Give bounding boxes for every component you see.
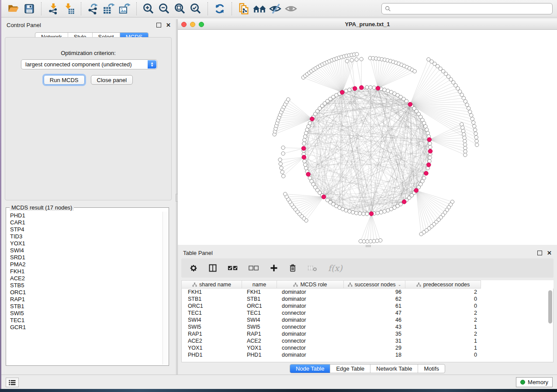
cell-succ: 31 [344, 338, 406, 344]
table-settings-button[interactable] [189, 262, 198, 274]
first-neighbors-button[interactable] [252, 1, 267, 16]
float-panel-icon[interactable] [156, 23, 161, 28]
hide-eye-icon [268, 2, 282, 15]
table-row[interactable]: RAP1RAP1dominator352 [182, 330, 553, 337]
hide-selected-button[interactable] [267, 1, 283, 16]
column-header-shared-name[interactable]: shared name [181, 280, 242, 289]
mcds-result-item[interactable]: CAR1 [10, 219, 163, 226]
save-session-button[interactable] [21, 1, 37, 16]
task-history-button[interactable] [6, 378, 19, 387]
show-all-button[interactable] [283, 1, 299, 16]
open-file-button[interactable] [6, 1, 21, 16]
memory-button[interactable]: Memory [516, 377, 553, 387]
table-row[interactable]: ACE2ACE2connector311 [182, 337, 553, 344]
close-panel-button[interactable]: Close panel [91, 75, 133, 85]
table-scrollbar-thumb[interactable] [548, 290, 552, 323]
table-row[interactable]: YOX1YOX1connector291 [182, 344, 553, 351]
cell-role: dominator [277, 303, 344, 309]
column-header-predecessor-nodes[interactable]: predecessor nodes [405, 280, 481, 289]
cell-shared: PHD1 [182, 352, 242, 358]
table-scrollbar[interactable] [548, 290, 552, 358]
cell-role: connector [277, 310, 344, 316]
mcds-result-item[interactable]: PMA2 [10, 261, 163, 268]
column-label: successor nodes [355, 282, 396, 288]
mcds-result-list[interactable]: PHD1CAR1STP4TID3YOX1SWI4SRD1PMA2FKH1ACE2… [7, 212, 163, 364]
deselect-all-columns-button[interactable] [249, 262, 259, 274]
mcds-result-item[interactable]: SRD1 [10, 254, 163, 261]
table-row[interactable]: PHD1PHD1dominator180 [182, 351, 553, 358]
export-network-button[interactable] [85, 1, 101, 16]
table-row[interactable]: SWI5SWI5connector431 [182, 323, 553, 330]
delete-column-button[interactable] [289, 262, 297, 274]
network-window-titlebar[interactable]: YPA_prune.txt_1 [178, 19, 557, 30]
mcds-result-item[interactable]: TEC1 [10, 317, 163, 324]
import-network-button[interactable] [45, 1, 61, 16]
cell-succ: 62 [344, 296, 406, 302]
mcds-result-item[interactable]: FKH1 [10, 268, 163, 275]
mcds-result-item[interactable]: ORC1 [10, 289, 163, 296]
mcds-result-item[interactable]: PHD1 [10, 212, 163, 219]
apply-preferred-layout-button[interactable] [212, 1, 228, 16]
show-column-panel-button[interactable] [208, 262, 217, 274]
tab-motifs[interactable]: Motifs [418, 364, 445, 373]
search-box[interactable] [381, 3, 553, 14]
close-panel-icon[interactable]: ✕ [166, 23, 171, 27]
plus-icon [270, 264, 278, 272]
cell-name: TEC1 [242, 310, 277, 316]
tab-node-table[interactable]: Node Table [290, 364, 331, 373]
table-row[interactable]: STB1STB1dominator620 [182, 296, 553, 303]
search-input[interactable] [393, 5, 549, 12]
table-row[interactable]: TEC1TEC1connector472 [182, 309, 553, 316]
mcds-result-item[interactable]: TID3 [10, 233, 163, 240]
zoom-in-button[interactable] [141, 1, 156, 16]
mcds-result-item[interactable]: SWI5 [10, 310, 163, 317]
control-panel-title: Control Panel [7, 22, 41, 28]
mcds-result-item[interactable]: SWI4 [10, 247, 163, 254]
tab-network-table[interactable]: Network Table [370, 364, 418, 373]
clone-network-button[interactable] [236, 1, 252, 16]
cell-role: dominator [277, 331, 344, 337]
mcds-result-item[interactable]: STB5 [10, 282, 163, 289]
mcds-result-item[interactable]: STP4 [10, 226, 163, 233]
create-column-button[interactable] [270, 262, 278, 274]
column-header-successor-nodes[interactable]: successor nodes⌄ [344, 280, 405, 289]
column-header-MCDS-role[interactable]: MCDS role [277, 280, 344, 289]
export-image-button[interactable] [117, 1, 132, 16]
function-builder-button[interactable]: f(x) [328, 262, 343, 274]
desktop-wallpaper-bottom [0, 389, 557, 392]
cell-succ: 61 [344, 303, 406, 309]
mcds-result-item[interactable]: ACE2 [10, 275, 163, 282]
mcds-result-item[interactable]: GCR1 [10, 324, 163, 331]
export-table-button[interactable] [101, 1, 117, 16]
zoom-out-button[interactable] [156, 1, 172, 16]
tab-edge-table[interactable]: Edge Table [330, 364, 370, 373]
optimization-criterion-dropdown[interactable]: largest connected component (undirected)… [21, 59, 157, 69]
table-row[interactable]: SWI4SWI4dominator462 [182, 316, 553, 323]
cell-succ: 96 [344, 289, 406, 295]
cytoscape-window: Control Panel ✕ NetworkStyleSelectMCDS O… [1, 0, 557, 389]
network-view-canvas[interactable] [178, 30, 557, 245]
cell-shared: FKH1 [182, 289, 242, 295]
mcds-result-item[interactable]: RAP1 [10, 296, 163, 303]
zoom-selected-button[interactable] [188, 1, 204, 16]
table-row[interactable]: ORC1ORC1dominator610 [182, 303, 553, 309]
checked-boxes-icon [228, 265, 238, 272]
table-row[interactable]: FKH1FKH1dominator962 [182, 289, 553, 296]
cell-pred: 2 [406, 317, 481, 323]
mcds-result-item[interactable]: STB1 [10, 303, 163, 310]
select-all-columns-button[interactable] [228, 262, 238, 274]
delete-table-button[interactable] [307, 262, 318, 274]
cell-name: ACE2 [242, 338, 277, 344]
run-mcds-button[interactable]: Run MCDS [44, 75, 85, 85]
float-panel-icon[interactable] [537, 251, 542, 255]
zoom-fit-icon [173, 2, 187, 15]
export-image-icon [118, 2, 131, 15]
cell-shared: STB1 [182, 296, 242, 302]
mcds-result-item[interactable]: YOX1 [10, 240, 163, 247]
mcds-list-scrollbar[interactable] [163, 212, 168, 364]
column-header-name[interactable]: name [242, 280, 277, 289]
cell-shared: TEC1 [182, 310, 242, 316]
import-table-button[interactable] [61, 1, 77, 16]
close-panel-icon[interactable]: ✕ [547, 251, 552, 255]
zoom-fit-button[interactable] [172, 1, 188, 16]
